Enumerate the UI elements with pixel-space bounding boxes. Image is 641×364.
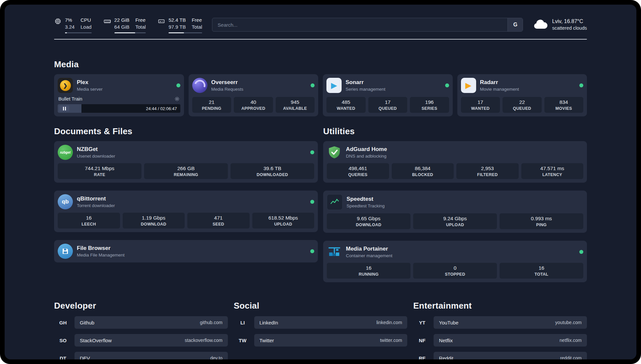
- top-bar: 7% 3.24 CPU Load: [54, 16, 587, 34]
- bookmark-link[interactable]: Twittertwitter.com: [254, 334, 408, 347]
- stat-box: 9.24 GbpsUPLOAD: [413, 213, 497, 229]
- portainer-icon: [327, 244, 342, 259]
- nzbget-card[interactable]: nzbget NZBGet Usenet downloader 744.21 M…: [54, 141, 318, 183]
- service-name: qBittorrent: [77, 196, 115, 202]
- bookmark-link[interactable]: LinkedInlinkedin.com: [254, 316, 408, 329]
- stats-row: 485WANTED17QUEUED196SERIES: [326, 97, 449, 113]
- stat-label: QUEUED: [504, 106, 540, 111]
- bookmark-link[interactable]: YouTubeyoutube.com: [434, 316, 587, 329]
- media-heading: Media: [54, 59, 587, 70]
- portainer-card[interactable]: Media Portainer Container management 16R…: [323, 241, 587, 282]
- stat-value: 86,384: [393, 166, 453, 171]
- ram-free-value: 22 GiB: [114, 16, 130, 23]
- stat-value: 22: [504, 99, 540, 105]
- stat-value: 16: [328, 265, 409, 271]
- gear-icon[interactable]: [174, 96, 180, 102]
- bookmark-link[interactable]: StackOverflowstackoverflow.com: [75, 334, 228, 347]
- bookmark-link[interactable]: Redditreddit.com: [434, 352, 587, 359]
- stat-box: 16RUNNING: [327, 263, 411, 279]
- stat-box: 1.19 GbpsDOWNLOAD: [123, 213, 185, 228]
- stat-box: 618.52 MbpsUPLOAD: [252, 213, 315, 228]
- service-name: Overseerr: [211, 79, 244, 86]
- status-dot: [176, 83, 180, 87]
- filebrowser-card[interactable]: File Browser Media File Management: [54, 240, 318, 262]
- stat-box: 471SEED: [187, 213, 250, 228]
- bookmark-item: NFNetflixnetflix.com: [413, 334, 587, 347]
- speedtest-card[interactable]: Speedtest Speedtest Tracking 9.65 GbpsDO…: [323, 191, 587, 233]
- stat-value: 16: [59, 215, 119, 221]
- header-divider: [54, 39, 587, 40]
- stat-value: 21: [194, 99, 230, 105]
- plex-card[interactable]: ❯ Plex Media server Bullet Train: [54, 74, 184, 116]
- service-subtitle: Series management: [346, 87, 385, 92]
- stat-value: 17: [370, 99, 406, 105]
- stat-label: DOWNLOAD: [328, 223, 409, 227]
- bookmark-name: DEV: [80, 355, 90, 360]
- bookmark-item: RERedditreddit.com: [413, 352, 587, 359]
- stat-label: DOWNLOAD: [124, 222, 184, 227]
- bookmark-url: dev.to: [210, 355, 223, 359]
- entertainment-section: Entertainment YTYouTubeyoutube.comNFNetf…: [413, 301, 587, 359]
- service-name: Media Portainer: [346, 246, 392, 252]
- bookmark-link[interactable]: Githubgithub.com: [75, 316, 228, 329]
- adguard-card[interactable]: AdGuard Home DNS and adblocking 498,461Q…: [323, 141, 587, 183]
- bookmark-url: netflix.com: [560, 338, 582, 343]
- stat-box: 9.65 GbpsDOWNLOAD: [327, 213, 411, 229]
- stat-box: 16LEECH: [58, 213, 120, 228]
- stat-label: UPLOAD: [254, 222, 313, 227]
- stat-value: 0.993 ms: [501, 216, 582, 222]
- stats-row: 498,461QUERIES86,384BLOCKED2,953FILTERED…: [327, 163, 583, 179]
- qbittorrent-card[interactable]: qb qBittorrent Torrent downloader 16LEEC…: [54, 191, 318, 232]
- bookmark-abbr: LI: [234, 320, 252, 325]
- service-subtitle: Usenet downloader: [77, 154, 115, 159]
- stat-box: 39.6 TBDOWNLOADED: [230, 163, 314, 179]
- stats-row: 9.65 GbpsDOWNLOAD9.24 GbpsUPLOAD0.993 ms…: [327, 213, 583, 229]
- stat-box: 86,384BLOCKED: [392, 163, 454, 179]
- stats-row: 744.21 MbpsRATE266 GBREMAINING39.6 TBDOW…: [58, 163, 314, 179]
- bookmark-name: StackOverflow: [80, 338, 112, 343]
- bookmark-name: Github: [80, 320, 94, 325]
- stat-box: 834MOVIES: [544, 97, 584, 113]
- playback-progress-bar[interactable]: 24:44 / 02:06:47: [58, 104, 180, 113]
- search-input[interactable]: [212, 18, 507, 31]
- pause-button[interactable]: [59, 106, 69, 111]
- service-subtitle: Speedtest Tracking: [347, 203, 385, 208]
- developer-heading: Developer: [54, 301, 228, 311]
- bookmark-url: reddit.com: [560, 355, 582, 359]
- sonarr-icon: ▶: [326, 78, 342, 93]
- ram-total-label: Total: [135, 23, 146, 30]
- search-engine-button[interactable]: G: [507, 18, 523, 31]
- sonarr-card[interactable]: ▶ Sonarr Series management 485WANTED17QU…: [323, 74, 453, 116]
- stat-label: LATENCY: [523, 172, 582, 177]
- stats-row: 17WANTED22QUEUED834MOVIES: [461, 97, 584, 113]
- stat-value: 47.571 ms: [523, 166, 582, 171]
- bookmark-name: Twitter: [259, 338, 274, 343]
- social-bookmarks: LILinkedInlinkedin.comTWTwittertwitter.c…: [234, 316, 408, 347]
- stat-label: AVAILABLE: [277, 106, 314, 111]
- bookmark-name: Netflix: [439, 338, 453, 343]
- utilities-heading: Utilities: [323, 126, 587, 136]
- playback-time: 24:44 / 02:06:47: [146, 106, 177, 111]
- stat-value: 9.24 Gbps: [414, 216, 496, 222]
- service-name: AdGuard Home: [346, 146, 387, 153]
- stat-value: 618.52 Mbps: [254, 215, 313, 221]
- bookmark-abbr: RE: [413, 355, 431, 360]
- bookmark-link[interactable]: DEVdev.to: [75, 352, 228, 359]
- stat-label: QUEUED: [370, 106, 406, 111]
- ram-progress-track: [114, 32, 146, 33]
- bookmark-abbr: YT: [413, 320, 431, 325]
- stat-box: 485WANTED: [326, 97, 366, 113]
- bookmark-link[interactable]: Netflixnetflix.com: [434, 334, 587, 347]
- stat-box: 498,461QUERIES: [327, 163, 389, 179]
- radarr-card[interactable]: ▶ Radarr Movie management 17WANTED22QUEU…: [457, 74, 587, 116]
- service-name: Speedtest: [347, 196, 385, 202]
- bookmark-abbr: GH: [54, 320, 72, 325]
- bookmark-item: LILinkedInlinkedin.com: [234, 316, 408, 329]
- now-playing-title: Bullet Train: [58, 96, 82, 102]
- floppy-icon: [61, 247, 69, 255]
- stat-box: 0STOPPED: [413, 263, 497, 279]
- weather-condition: scattered clouds: [552, 25, 587, 32]
- cpu-progress-track: [65, 32, 92, 33]
- overseerr-card[interactable]: Overseerr Media Requests 21PENDING40APPR…: [189, 74, 319, 116]
- cpu-chip-icon: [54, 17, 62, 25]
